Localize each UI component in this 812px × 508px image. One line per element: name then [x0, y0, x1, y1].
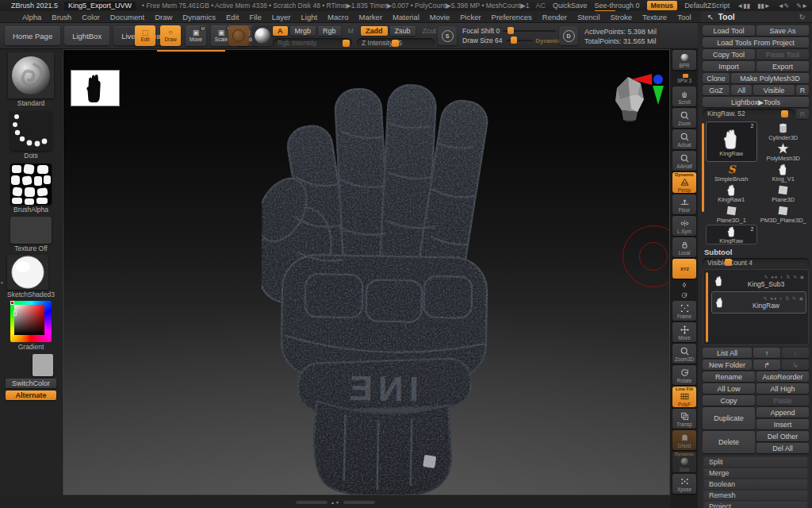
inventory-r-button[interactable]: R [796, 109, 809, 119]
tool-inventory-handle[interactable] [781, 110, 788, 117]
menus-button[interactable]: Menus [647, 1, 678, 10]
tool-inventory-slider[interactable]: KingRaw. 52 [703, 109, 795, 118]
spix-slider-track[interactable] [675, 75, 694, 77]
zadd-button[interactable]: Zadd [361, 26, 388, 36]
shelf-button[interactable]: Scroll [672, 87, 696, 106]
secondary-color-swatch[interactable] [33, 354, 53, 376]
focal-shift-slider[interactable]: Focal Shift 0 [462, 26, 556, 36]
document-canvas[interactable]: INE [63, 49, 670, 495]
rgb-intensity-slider[interactable]: Rgb Intensity [273, 38, 352, 48]
load-tool-button[interactable]: Load Tool [703, 25, 755, 36]
menu-item[interactable]: Draw [155, 13, 172, 21]
draw-button[interactable]: ⁘ Draw [160, 25, 181, 46]
goz-button[interactable]: GoZ [703, 85, 730, 95]
menu-item[interactable]: Edit [226, 13, 239, 21]
shelf-button[interactable]: Dynamic Persp [672, 172, 696, 193]
shelf-button[interactable]: AAHalf [672, 151, 696, 171]
menu-item[interactable]: Picker [460, 13, 481, 21]
delete-button[interactable]: Delete [703, 431, 755, 453]
subtool-item[interactable]: ✎ ●● ◐ ⇅ ✎ ◉ KingRaw [711, 291, 806, 314]
load-tools-from-project-button[interactable]: Load Tools From Project [703, 37, 809, 48]
current-alpha[interactable]: BrushAlpha [10, 164, 52, 214]
subtool-subsection-header[interactable]: Boolean [704, 479, 807, 489]
current-material[interactable]: SketchShaded3 [7, 255, 55, 298]
shelf-button[interactable]: Line Fill PolyF [672, 387, 696, 407]
edit-button[interactable]: ⬚ Edit [135, 25, 155, 46]
tool-thumbnail[interactable]: Cylinder3D [758, 121, 810, 141]
tool-inventory-scrollbar[interactable] [702, 123, 704, 212]
menu-item[interactable]: File [249, 13, 261, 21]
a-button[interactable]: A [273, 26, 288, 36]
m-button[interactable]: M [343, 26, 359, 36]
menu-item[interactable]: Render [542, 13, 567, 21]
zscript-next-icon[interactable]: ✎► [796, 2, 808, 10]
bottom-tray-divider[interactable]: ▲▼ [0, 496, 671, 508]
color-picker[interactable]: Gradient [10, 301, 52, 351]
divider-arrows[interactable]: ▲▼ [331, 500, 340, 505]
menu-item[interactable]: Brush [52, 13, 71, 21]
insert-button[interactable]: Insert [756, 419, 809, 429]
duplicate-button[interactable]: Duplicate [703, 407, 755, 429]
color-sv-square[interactable] [14, 305, 44, 335]
switch-color-button[interactable]: SwitchColor [6, 379, 56, 388]
subtool-header[interactable]: Subtool [703, 247, 809, 258]
divider-bar-left[interactable] [296, 501, 327, 504]
tool-thumbnail[interactable]: 2 KingRaw [706, 121, 757, 162]
copy-subtool-button[interactable]: Copy [703, 395, 755, 406]
save-as-button[interactable]: Save As [756, 25, 809, 36]
export-button[interactable]: Export [756, 61, 809, 71]
rename-button[interactable]: Rename [703, 371, 755, 382]
dynamic-mode-button[interactable]: D [559, 26, 578, 45]
lightbox-tools-button[interactable]: Lightbox▶Tools [703, 97, 809, 107]
z-intensity-handle[interactable] [392, 40, 399, 47]
shelf-button[interactable]: Zoom [672, 108, 696, 128]
tool-thumbnail[interactable]: Plane3D [758, 183, 810, 203]
shelf-button[interactable]: Actual [672, 129, 696, 149]
menu-item[interactable]: Macro [327, 13, 348, 21]
zsub-button[interactable]: Zsub [390, 26, 416, 36]
paste-subtool-button[interactable]: Paste [756, 395, 809, 406]
shelf-button[interactable]: Zoom3D [672, 344, 696, 364]
subtool-down-button[interactable]: ↓ [782, 348, 809, 358]
menu-item[interactable]: Tool [677, 13, 691, 21]
subtool-toggle-icons[interactable]: ✎ ●● ◐ ⇅ ✎ ◉ [728, 296, 804, 302]
draw-size-slider[interactable]: Draw Size 64 Dynamic [462, 36, 556, 45]
subtool-up-button[interactable]: ↑ [753, 348, 780, 358]
del-all-button[interactable]: Del All [756, 443, 809, 453]
goz-visible-button[interactable]: Visible [753, 85, 795, 95]
see-through-slider[interactable]: See-through 0 [595, 2, 640, 10]
shelf-button[interactable]: L.Sym [672, 216, 696, 236]
shelf-button[interactable]: Rotate [672, 365, 696, 385]
move-button[interactable]: M ▣ Move [186, 25, 206, 46]
draw-size-handle[interactable] [511, 37, 517, 44]
home-page-button[interactable]: Home Page [5, 26, 60, 45]
rgb-intensity-handle[interactable] [343, 40, 350, 47]
subtool-toggle-icons[interactable]: ✎ ●● ◐ ⇅ ✎ ◉ [727, 275, 805, 280]
subtool-subsection-header[interactable]: Split [704, 457, 807, 467]
doc-next-icon[interactable]: ▮▮► [757, 2, 771, 10]
shelf-button[interactable] [672, 291, 696, 299]
panel-reload-icon[interactable]: ↻ [799, 13, 806, 21]
new-folder-button[interactable]: New Folder [703, 360, 752, 370]
shelf-button[interactable]: Move [672, 322, 696, 342]
all-low-button[interactable]: All Low [703, 383, 755, 394]
tool-thumbnail[interactable]: PolyMesh3D [758, 142, 810, 162]
current-material-button[interactable] [252, 25, 273, 46]
menu-item[interactable]: Movie [430, 13, 450, 21]
shelf-button[interactable]: Frame [672, 301, 696, 321]
lightbox-divider-bar[interactable] [157, 49, 225, 52]
list-all-button[interactable]: List All [703, 348, 752, 358]
goz-all-button[interactable]: All [731, 85, 752, 95]
import-button[interactable]: Import [703, 61, 755, 71]
default-zscript-button[interactable]: DefaultZScript [684, 2, 730, 10]
stroke-type-button[interactable]: S [438, 26, 457, 45]
shelf-button[interactable] [672, 280, 696, 289]
move-out-folder-button[interactable]: ↳ [782, 360, 809, 370]
subtool-item[interactable]: ✎ ●● ◐ ⇅ ✎ ◉ King5_Sub3 [711, 271, 806, 291]
menu-item[interactable]: Layer [272, 13, 291, 21]
z-intensity-slider[interactable]: Z Intensity 25 [357, 38, 435, 48]
current-texture[interactable]: Texture Off [10, 217, 52, 252]
subtool-subsection-header[interactable]: Merge [704, 468, 807, 478]
tool-thumbnail[interactable]: Plane3D_1 [706, 204, 757, 224]
del-other-button[interactable]: Del Other [756, 431, 809, 441]
